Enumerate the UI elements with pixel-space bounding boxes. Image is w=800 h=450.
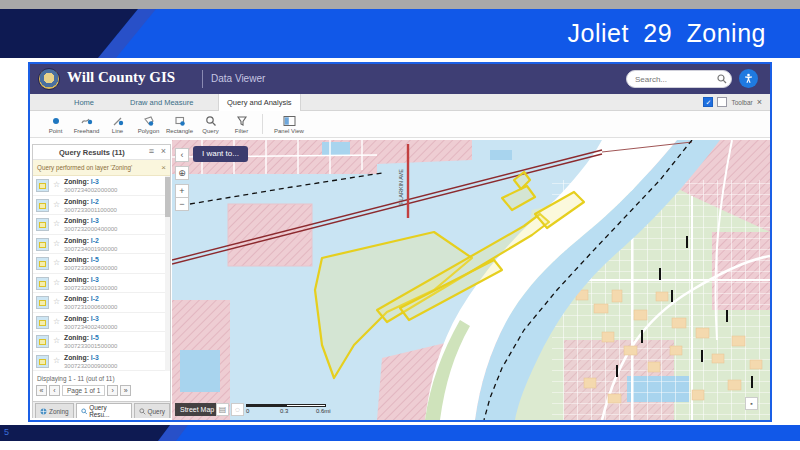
- result-value[interactable]: I-3: [91, 217, 99, 224]
- result-row[interactable]: ☆ Zoning: I-5 3007233000800000: [33, 254, 170, 274]
- star-icon[interactable]: ☆: [53, 239, 60, 248]
- results-count-text: Displaying 1 - 11 (out of 11): [37, 375, 115, 382]
- result-thumbnail: [36, 296, 49, 309]
- result-value[interactable]: I-2: [91, 295, 99, 302]
- page-first-button[interactable]: «: [36, 385, 47, 396]
- i-want-to-button[interactable]: I want to...: [193, 146, 248, 162]
- panel-collapse-button[interactable]: ‹: [175, 148, 189, 162]
- star-icon[interactable]: ☆: [53, 258, 60, 267]
- slide-bottom-banner: 5: [0, 425, 800, 441]
- result-row[interactable]: ☆ Zoning: I-3 3007232000900000: [33, 352, 170, 372]
- magnifier-icon: [81, 408, 88, 415]
- result-value[interactable]: I-5: [91, 256, 99, 263]
- page-last-button[interactable]: »: [120, 385, 131, 396]
- result-parcel: 3007234002000000: [64, 187, 117, 193]
- page-prev-button[interactable]: ‹: [49, 385, 60, 396]
- result-row[interactable]: ☆ Zoning: I-3 3007232001300000: [33, 274, 170, 294]
- star-icon[interactable]: ☆: [53, 356, 60, 365]
- attribution-button[interactable]: ▪: [745, 397, 758, 410]
- result-row[interactable]: ☆ Zoning: I-2 3007234001900000: [33, 235, 170, 255]
- map-canvas[interactable]: S LARKIN AVE: [172, 140, 770, 420]
- accessibility-icon: [743, 73, 754, 84]
- star-icon[interactable]: ☆: [53, 317, 60, 326]
- result-value[interactable]: I-3: [91, 178, 99, 185]
- result-parcel: 3007233001500000: [64, 343, 117, 349]
- polygon-icon: [143, 115, 155, 127]
- notice-close-icon[interactable]: ×: [161, 163, 166, 172]
- tool-freehand[interactable]: Freehand: [71, 115, 102, 134]
- panel-view-icon: [283, 115, 296, 127]
- result-parcel: 3007232001300000: [64, 285, 117, 291]
- tool-line[interactable]: Line: [102, 115, 133, 134]
- panel-tab-zoning[interactable]: Zoning: [35, 403, 74, 418]
- result-row[interactable]: ☆ Zoning: I-3 3007234002000000: [33, 176, 170, 196]
- result-row[interactable]: ☆ Zoning: I-2 3007233001100000: [33, 196, 170, 216]
- magnifier-icon: [205, 115, 217, 127]
- star-icon[interactable]: ☆: [53, 219, 60, 228]
- coordinates-button[interactable]: ◌: [231, 403, 244, 416]
- result-thumbnail: [36, 355, 49, 368]
- locate-button[interactable]: ⊕: [175, 166, 189, 180]
- result-value[interactable]: I-3: [91, 276, 99, 283]
- star-icon[interactable]: ☆: [53, 200, 60, 209]
- result-label: Zoning:: [64, 334, 89, 341]
- zoom-out-button[interactable]: −: [175, 197, 189, 211]
- layers-button[interactable]: ▤: [216, 403, 229, 416]
- tool-point[interactable]: Point: [40, 115, 71, 134]
- result-row[interactable]: ☆ Zoning: I-3 3007234002400000: [33, 313, 170, 333]
- scrollbar-thumb[interactable]: [165, 177, 170, 217]
- panel-menu-icon[interactable]: ≡: [149, 146, 154, 156]
- star-icon[interactable]: ☆: [53, 297, 60, 306]
- result-thumbnail: [36, 257, 49, 270]
- star-icon[interactable]: ☆: [53, 180, 60, 189]
- panel-tab-query-results[interactable]: Query Resu...: [76, 403, 132, 418]
- tool-rectangle[interactable]: Rectangle: [164, 115, 195, 134]
- scale-tick-2: 0.6mi: [316, 408, 331, 414]
- result-thumbnail: [36, 179, 49, 192]
- result-thumbnail: [36, 277, 49, 290]
- result-parcel: 3007234002400000: [64, 324, 117, 330]
- brand-divider: [202, 70, 203, 88]
- result-parcel: 3007232000400000: [64, 226, 117, 232]
- will-county-seal-logo: [38, 68, 60, 90]
- result-value[interactable]: I-5: [91, 334, 99, 341]
- toolbar-close-icon[interactable]: ×: [757, 97, 762, 107]
- panel-tab-query[interactable]: Query: [134, 403, 170, 418]
- tool-panel-view[interactable]: Panel View: [268, 115, 310, 134]
- tool-query[interactable]: Query: [195, 115, 226, 134]
- result-row[interactable]: ☆ Zoning: I-5 3007233001500000: [33, 332, 170, 352]
- result-row[interactable]: ☆ Zoning: I-2 3007231000600000: [33, 293, 170, 313]
- basemap-selector[interactable]: Street Map: [175, 403, 219, 416]
- accessibility-button[interactable]: [739, 69, 758, 88]
- freehand-icon: [81, 115, 93, 127]
- slide-title-banner: Joliet 29 Zoning: [0, 9, 800, 58]
- result-value[interactable]: I-2: [91, 237, 99, 244]
- result-row[interactable]: ☆ Zoning: I-3 3007232000400000: [33, 215, 170, 235]
- result-parcel: 3007232000900000: [64, 363, 117, 369]
- slide-title: Joliet 29 Zoning: [567, 9, 766, 58]
- results-scrollbar[interactable]: [165, 176, 170, 371]
- query-notice-text: Query performed on layer 'Zoning': [37, 164, 132, 171]
- zoom-in-button[interactable]: +: [175, 184, 189, 198]
- result-value[interactable]: I-2: [91, 198, 99, 205]
- tab-draw-and-measure[interactable]: Draw and Measure: [122, 94, 201, 111]
- star-icon[interactable]: ☆: [53, 278, 60, 287]
- toolbar-toggle-off[interactable]: [717, 97, 727, 107]
- panel-tab-label: Zoning: [49, 408, 69, 415]
- page-next-button[interactable]: ›: [107, 385, 118, 396]
- tab-home[interactable]: Home: [66, 94, 102, 111]
- result-value[interactable]: I-3: [91, 315, 99, 322]
- search-icon[interactable]: [717, 74, 727, 84]
- search-input[interactable]: [635, 72, 715, 86]
- result-value[interactable]: I-3: [91, 354, 99, 361]
- page-number: 5: [4, 427, 9, 437]
- star-icon[interactable]: ☆: [53, 336, 60, 345]
- tab-query-and-analysis[interactable]: Query and Analysis: [218, 94, 301, 111]
- result-thumbnail: [36, 316, 49, 329]
- panel-tab-label: Query: [148, 408, 165, 415]
- tool-polygon[interactable]: Polygon: [133, 115, 164, 134]
- panel-close-icon[interactable]: ×: [161, 146, 166, 156]
- toolbar-toggle-on[interactable]: ✓: [703, 97, 713, 107]
- search-box[interactable]: [626, 70, 732, 88]
- tool-filter[interactable]: Filter: [226, 115, 257, 134]
